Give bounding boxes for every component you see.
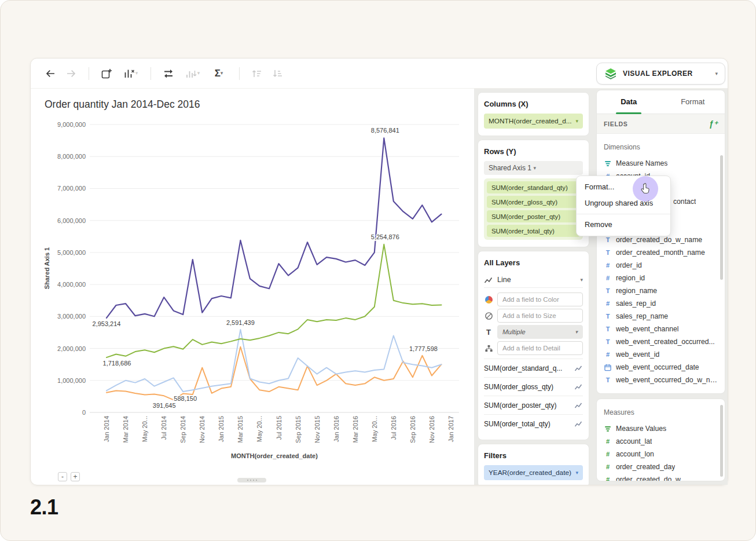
field-item-region-name[interactable]: Tregion_name — [604, 284, 718, 297]
field-item-measure-names[interactable]: Measure Names — [604, 157, 718, 170]
field-item-order-created-do-w[interactable]: #order_created_do_w — [604, 473, 718, 481]
horizontal-scrollbar-handle[interactable] — [237, 478, 266, 482]
vertical-scrollbar-thumb[interactable] — [720, 155, 723, 280]
layer-measure-row[interactable]: SUM(order_standard_q... — [484, 359, 583, 377]
chart-sort-button[interactable]: ▾ — [179, 64, 205, 83]
data-label: 2,591,439 — [226, 319, 255, 326]
tab-format[interactable]: Format — [661, 90, 725, 114]
field-item-order-created-month-name[interactable]: Torder_created_month_name — [604, 246, 718, 259]
x-tick-label: May 20... — [371, 416, 378, 442]
shared-axis-dropdown[interactable]: Shared Axis 1 ▾ — [484, 161, 583, 175]
toolbar-divider — [151, 67, 151, 80]
x-tick-label: Jul 2015 — [276, 416, 282, 440]
x-tick-label: Jan 2015 — [218, 416, 225, 442]
x-tick-label: Jan 2014 — [103, 416, 110, 442]
filters-shelf: Filters YEAR(order_created_date) ▾ — [478, 444, 589, 485]
rows-shelf-title: Rows (Y) — [484, 147, 583, 156]
visual-explorer-label: VISUAL EXPLORER — [623, 70, 710, 78]
layer-measure-row[interactable]: SUM(order_total_qty) — [484, 414, 583, 433]
field-item-web-event-occurred-date[interactable]: web_event_occurred_date — [604, 361, 718, 374]
vertical-scrollbar-thumb[interactable] — [720, 405, 723, 477]
field-item-order-created-day[interactable]: #order_created_day — [604, 460, 718, 473]
rows-pill-sum-order-standard-qty[interactable]: SUM(order_standard_qty) — [487, 181, 580, 193]
layer-slot-row-text: TMultiple▾ — [484, 325, 583, 339]
layers-shelf: All Layers Line ▾ Add a field to ColorAd… — [478, 251, 589, 440]
hand-cursor-icon — [640, 182, 651, 195]
series-line-sum-order-total-qty[interactable] — [107, 138, 442, 318]
x-tick-label: Mar 2014 — [122, 416, 129, 443]
sort-descending-button[interactable] — [268, 64, 288, 83]
visual-explorer-button[interactable]: VISUAL EXPLORER ▾ — [596, 63, 725, 85]
sigma-icon: Σ — [215, 68, 221, 79]
field-item-web-event-channel[interactable]: Tweb_event_channel — [604, 323, 718, 335]
field-item-measure-values[interactable]: Measure Values — [604, 422, 718, 435]
layers-shelf-title: All Layers — [484, 258, 583, 267]
add-calculated-field-icon[interactable]: ƒ⁺ — [709, 119, 718, 129]
rows-pill-sum-order-poster-qty[interactable]: SUM(order_poster_qty) — [487, 210, 580, 222]
chevron-down-icon: ▾ — [534, 166, 579, 171]
forward-button[interactable] — [61, 64, 81, 83]
arrow-right-icon — [65, 68, 77, 79]
measure-values-icon — [604, 425, 612, 433]
field-item-order-id[interactable]: #order_id — [604, 259, 718, 272]
measures-section: Measures Measure Values#account_lat#acco… — [597, 399, 725, 481]
rows-pill-sum-order-total-qty[interactable]: SUM(order_total_qty) — [487, 225, 580, 237]
rows-pill-sum-order-gloss-qty[interactable]: SUM(order_gloss_qty) — [487, 196, 580, 208]
layer-measure-row[interactable]: SUM(order_poster_qty) — [484, 396, 583, 414]
y-tick-label: 7,000,000 — [57, 185, 86, 192]
chevron-down-icon: ▾ — [221, 71, 223, 76]
field-item-account-lon[interactable]: #account_lon — [604, 448, 718, 460]
measures-card: Measures Measure Values#account_lat#acco… — [596, 399, 725, 481]
y-tick-label: 3,000,000 — [57, 313, 86, 320]
chart-type-dropdown[interactable]: Line ▾ — [484, 272, 583, 288]
swap-axes-button[interactable] — [159, 64, 178, 83]
text-field-icon: T — [604, 376, 612, 383]
field-item-web-event-created-occurred[interactable]: Tweb_event_created_occurred... — [604, 335, 718, 348]
tab-data[interactable]: Data — [597, 90, 661, 114]
field-slot-size[interactable]: Add a field to Size — [497, 309, 583, 323]
columns-pill-month-order-created-date[interactable]: MONTH(order_created_d... ▾ — [484, 114, 583, 129]
layer-slot-row-size: Add a field to Size — [484, 309, 583, 323]
series-line-sum-order-gloss-qty[interactable] — [107, 330, 442, 392]
data-label: 1,718,686 — [103, 360, 131, 367]
layer-slot-row-color: Add a field to Color — [484, 293, 583, 306]
field-item-account-lat[interactable]: #account_lat — [604, 435, 718, 448]
line-chart-icon — [484, 276, 493, 284]
series-line-sum-order-standard-qty[interactable] — [107, 244, 442, 357]
number-field-icon: # — [604, 463, 612, 470]
layer-measure-row[interactable]: SUM(order_gloss_qty) — [484, 377, 583, 396]
sort-ascending-button[interactable] — [247, 64, 267, 83]
aggregate-button[interactable]: Σ ▾ — [206, 64, 232, 83]
field-item-web-event-occurred-do-w-na[interactable]: Tweb_event_occurred_do_w_na... — [604, 374, 718, 386]
zoom-out-button[interactable]: - — [58, 472, 67, 481]
version-label: 2.1 — [30, 495, 58, 520]
clear-chart-icon — [123, 67, 135, 80]
visual-explorer-logo-icon — [604, 67, 618, 81]
duplicate-visualization-button[interactable] — [97, 64, 116, 83]
filters-pill-year-order-created-date[interactable]: YEAR(order_created_date) ▾ — [484, 465, 583, 480]
field-item-region-id[interactable]: #region_id — [604, 272, 718, 284]
line-chart-icon — [574, 383, 583, 390]
fields-header-label: FIELDS — [604, 120, 628, 127]
field-item-sales-rep-name[interactable]: Tsales_rep_name — [604, 310, 718, 323]
clear-visualization-button[interactable]: ▾ — [118, 64, 143, 83]
menu-item-ungroup-shared-axis[interactable]: Ungroup shared axis — [577, 195, 670, 211]
back-button[interactable] — [41, 64, 60, 83]
field-slot-color[interactable]: Add a field to Color — [497, 293, 583, 306]
zoom-in-button[interactable]: + — [71, 472, 80, 481]
menu-item-remove[interactable]: Remove — [577, 217, 670, 233]
field-item-sales-rep-id[interactable]: #sales_rep_id — [604, 297, 718, 310]
menu-divider — [577, 214, 670, 214]
x-tick-label: Jul 2014 — [160, 416, 167, 440]
text-field-icon: T — [604, 326, 612, 332]
click-indicator — [633, 176, 658, 202]
series-line-sum-order-poster-qty[interactable] — [107, 347, 442, 400]
layer-measure-rows: SUM(order_standard_q...SUM(order_gloss_q… — [484, 359, 583, 433]
toolbar: ▾ ▾ Σ ▾ — [31, 59, 728, 89]
field-slot-detail[interactable]: Add a field to Detail — [497, 341, 583, 355]
sort-descending-icon — [271, 67, 284, 80]
y-tick-label: 2,000,000 — [57, 345, 86, 352]
field-slot-text[interactable]: Multiple▾ — [497, 325, 583, 339]
field-item-web-event-id[interactable]: #web_event_id — [604, 348, 718, 361]
line-chart[interactable]: 01,000,0002,000,0003,000,0004,000,0005,0… — [45, 116, 473, 476]
